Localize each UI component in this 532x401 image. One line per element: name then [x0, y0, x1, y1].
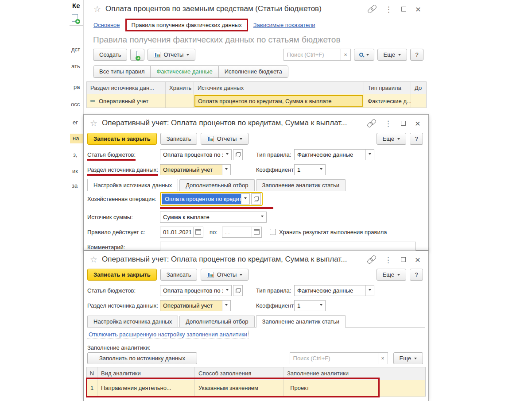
clear-search-button[interactable]: ×: [378, 352, 388, 364]
get-link-icon[interactable]: [368, 5, 376, 13]
dropdown-button[interactable]: [241, 194, 249, 204]
reports-button[interactable]: Отчеты: [148, 49, 195, 61]
open-article-button[interactable]: [233, 285, 243, 296]
search-input[interactable]: [290, 352, 378, 364]
menu-dots-icon[interactable]: ⋮: [385, 5, 392, 12]
search-options-button[interactable]: [354, 49, 374, 61]
save-button[interactable]: Записать: [160, 133, 198, 145]
maximize-icon[interactable]: [401, 121, 406, 126]
editor-toolbar: Записать и закрыть Записать Отчеты Еще ?: [87, 133, 423, 145]
column-header[interactable]: Хранить: [166, 82, 194, 94]
column-header[interactable]: Источник данных: [194, 82, 364, 94]
create-group-button[interactable]: [130, 49, 144, 61]
dropdown-button[interactable]: [365, 285, 374, 296]
maximize-icon[interactable]: [401, 257, 406, 262]
tab-additional-filter[interactable]: Дополнительный отбор: [179, 179, 254, 191]
rule-type-combo[interactable]: Фактические данные: [294, 149, 374, 160]
favorite-star-icon[interactable]: ☆: [90, 118, 97, 128]
nav-main-link[interactable]: Основное: [93, 22, 120, 28]
bg-fragment: дст: [71, 46, 80, 53]
bg-fragment: осс: [71, 101, 80, 108]
close-icon[interactable]: ×: [416, 4, 421, 14]
filter-budget-execution[interactable]: Исполнение бюджета: [218, 66, 288, 77]
operation-combo[interactable]: Оплата процентов по кредитам: [162, 193, 250, 204]
tab-analytics-fill[interactable]: Заполнение аналитик статьи: [256, 315, 346, 328]
date-to-field[interactable]: . .: [222, 227, 262, 238]
rule-type-combo[interactable]: Фактические данные: [294, 285, 374, 296]
dropdown-button[interactable]: [317, 301, 325, 311]
get-link-icon[interactable]: [368, 119, 376, 127]
column-header[interactable]: Раздел источника дан...: [87, 82, 166, 94]
article-combo[interactable]: Оплата процентов по заем: [160, 285, 232, 296]
fill-from-source-button[interactable]: Заполнить по источнику данных: [87, 352, 197, 364]
coefficient-combo[interactable]: 1: [294, 300, 326, 311]
search-input[interactable]: [283, 49, 341, 61]
title-bar: ☆ Оперативный учет: Оплата процентов по …: [84, 251, 428, 268]
search-icon: [359, 53, 363, 57]
type-label: Тип правила:: [256, 287, 294, 294]
nav-facts-tab annotation-box[interactable]: Правила получения фактических данных: [125, 19, 248, 31]
column-header[interactable]: Способ заполнения: [195, 367, 283, 380]
reports-button[interactable]: Отчеты: [201, 133, 249, 145]
help-button[interactable]: ?: [410, 133, 423, 145]
filter-all-types[interactable]: Все типы правил: [93, 66, 150, 77]
column-header[interactable]: До: [411, 82, 426, 94]
dropdown-button[interactable]: [223, 150, 231, 160]
column-header[interactable]: Заполнение аналитики: [283, 367, 425, 380]
filter-actual-data[interactable]: Фактические данные: [150, 66, 218, 77]
menu-dots-icon[interactable]: ⋮: [385, 119, 392, 127]
data-section-combo[interactable]: Оперативный учет: [160, 164, 231, 175]
open-form-icon: [236, 152, 241, 157]
amount-source-combo[interactable]: Сумма к выплате: [160, 212, 267, 223]
field-row: Статья бюджетов: Оплата процентов по зае…: [87, 149, 243, 160]
tab-source-settings[interactable]: Настройка источника данных: [87, 179, 178, 191]
dropdown-button[interactable]: [223, 285, 231, 296]
bg-fragment: ать: [71, 63, 80, 69]
dropdown-button[interactable]: [258, 212, 266, 222]
get-link-icon[interactable]: [368, 255, 376, 263]
tab-analytics-fill[interactable]: Заполнение аналитик статьи: [256, 179, 346, 191]
tab-source-settings[interactable]: Настройка источника данных: [87, 316, 178, 327]
table-row[interactable]: Оперативный учет Оплата процентов по кре…: [87, 94, 426, 108]
help-button[interactable]: ?: [410, 49, 423, 61]
dropdown-button[interactable]: [222, 301, 230, 311]
column-header[interactable]: N: [87, 367, 97, 380]
more-button[interactable]: Еще: [377, 49, 407, 61]
column-header[interactable]: Вид аналитики: [97, 367, 195, 380]
nav-dependent-link[interactable]: Зависимые показатели: [253, 22, 315, 28]
date-from-field[interactable]: 01.01.2021: [160, 227, 203, 238]
help-button[interactable]: ?: [410, 269, 423, 281]
save-button[interactable]: Записать: [160, 269, 198, 281]
data-section-combo[interactable]: Оперативный учет: [160, 300, 231, 311]
more-button[interactable]: Еще: [393, 352, 423, 364]
favorite-star-icon[interactable]: ☆: [90, 254, 97, 265]
favorite-star-icon[interactable]: ☆: [93, 4, 101, 14]
open-article-button[interactable]: [233, 149, 243, 160]
store-result-checkbox[interactable]: [270, 229, 276, 235]
reports-button[interactable]: Отчеты: [201, 269, 249, 281]
article-combo[interactable]: Оплата процентов по заем: [160, 149, 232, 160]
dropdown-button[interactable]: [222, 165, 230, 175]
more-button[interactable]: Еще: [377, 269, 406, 281]
tab-additional-filter[interactable]: Дополнительный отбор: [179, 316, 254, 327]
close-icon[interactable]: ×: [415, 255, 420, 264]
dropdown-button[interactable]: [317, 165, 325, 175]
maximize-icon[interactable]: [401, 7, 406, 12]
disable-advanced-setup-link[interactable]: Отключить расширенную настройку заполнен…: [87, 330, 249, 339]
create-button[interactable]: Создать: [93, 49, 127, 61]
calendar-button[interactable]: [193, 227, 203, 237]
column-header[interactable]: Тип правила: [364, 82, 411, 94]
table-row[interactable]: 1 Направления деятельно... Указанным зна…: [87, 380, 425, 397]
coefficient-combo[interactable]: 1: [294, 164, 326, 175]
new-document-icon[interactable]: [72, 14, 78, 22]
menu-dots-icon[interactable]: ⋮: [385, 255, 392, 263]
dropdown-button[interactable]: [365, 150, 374, 160]
save-and-close-button[interactable]: Записать и закрыть: [87, 133, 157, 145]
selected-cell[interactable]: Оплата процентов по кредитам, Сумма к вы…: [194, 95, 363, 107]
calendar-button[interactable]: [252, 227, 261, 237]
more-button[interactable]: Еще: [377, 133, 406, 145]
open-operation-button[interactable]: [251, 193, 261, 204]
save-and-close-button[interactable]: Записать и закрыть: [87, 269, 157, 281]
close-icon[interactable]: ×: [415, 119, 420, 128]
clear-search-button[interactable]: ×: [341, 49, 351, 61]
